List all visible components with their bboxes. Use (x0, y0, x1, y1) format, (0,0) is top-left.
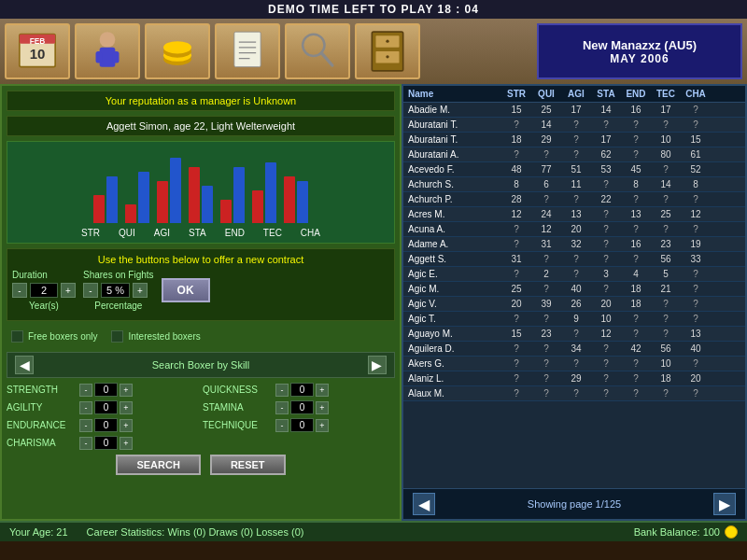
interested-boxers-label: Interested boxers (128, 331, 200, 342)
demo-timer-bar: DEMO TIME LEFT TO PLAY 18 : 04 (0, 0, 747, 19)
table-row[interactable]: Agic M.25?40?1821? (403, 282, 745, 297)
table-row[interactable]: Acuna A.?1220???? (403, 222, 745, 237)
boxer-stat-3: ? (561, 329, 591, 339)
shares-value: 5 % (101, 283, 130, 298)
svg-rect-6 (96, 51, 103, 63)
boxer-stat-7: ? (681, 194, 711, 204)
ok-button[interactable]: OK (162, 278, 210, 302)
table-row[interactable]: Acres M.122413?132512 (403, 207, 745, 222)
search-prev-btn[interactable]: ◀ (15, 356, 34, 374)
search-next-btn[interactable]: ▶ (368, 356, 387, 374)
search-minus-charisma[interactable]: - (79, 437, 92, 450)
boxer-stat-5: ? (621, 314, 651, 324)
table-row[interactable]: Alaniz L.??29??1820 (403, 371, 745, 386)
search-minus-stamina[interactable]: - (275, 401, 289, 414)
search-row-endurance: ENDURANCE-0+ (7, 418, 199, 432)
duration-group: Duration - 2 + Year(s) (12, 270, 76, 311)
document-icon-box[interactable] (215, 23, 280, 79)
free-boxers-group: Free boxers only (11, 330, 97, 343)
calendar-icon-box[interactable]: FEB 10 (5, 23, 70, 79)
boxer-stat-7: 40 (681, 343, 711, 354)
boxer-stat-6: 18 (651, 373, 681, 384)
table-row[interactable]: Aguilera D.??34?425640 (403, 342, 745, 357)
svg-text:FEB: FEB (30, 36, 46, 46)
boxer-stat-6: 21 (651, 284, 681, 294)
manager-date: MAY 2006 (610, 52, 669, 65)
search-plus-endurance[interactable]: + (120, 419, 133, 432)
table-row[interactable]: Aggett S.31????5633 (403, 252, 745, 267)
page-prev-btn[interactable]: ◀ (413, 493, 435, 515)
boxer-stat-1: ? (501, 373, 531, 384)
search-minus-agility[interactable]: - (79, 401, 92, 414)
boxer-stat-6: 25 (651, 209, 681, 219)
search-minus-strength[interactable]: - (79, 384, 92, 397)
checkbox-section: Free boxers only Interested boxers (7, 326, 395, 347)
main-content: Your reputation as a manager is Unknown … (0, 84, 747, 521)
table-row[interactable]: Agic T.??910??? (403, 312, 745, 327)
table-row[interactable]: Adame A.?3132?162319 (403, 237, 745, 252)
col-header-qui: QUI (531, 89, 561, 99)
calendar-icon: FEB 10 (14, 28, 61, 75)
interested-boxers-group: Interested boxers (111, 330, 200, 343)
shares-plus-btn[interactable]: + (133, 283, 148, 298)
magnifier-icon-box[interactable] (285, 23, 350, 79)
reputation-text: Your reputation as a manager is Unknown (106, 95, 296, 106)
table-row[interactable]: Aburatani T.?14????? (403, 118, 745, 133)
left-panel: Your reputation as a manager is Unknown … (0, 84, 402, 521)
boxer-icon-box[interactable] (75, 23, 140, 79)
search-minus-technique[interactable]: - (275, 419, 289, 432)
boxer-stat-7: ? (681, 299, 711, 309)
col-header-name: Name (408, 89, 501, 99)
table-row[interactable]: Agic E.?2?345? (403, 267, 745, 282)
duration-plus-btn[interactable]: + (61, 283, 76, 298)
boxer-stat-4: 3 (591, 269, 621, 279)
table-row[interactable]: Akers G.?????10? (403, 357, 745, 371)
boxer-stat-2: 2 (531, 269, 561, 279)
boxer-stat-5: 8 (621, 179, 651, 189)
table-row[interactable]: Agic V.2039262018?? (403, 297, 745, 312)
search-plus-stamina[interactable]: + (316, 401, 329, 414)
boxer-stat-2: 23 (531, 329, 561, 339)
boxer-stat-3: 9 (561, 314, 591, 324)
manager-info-box: New Manazxz (AU5) MAY 2006 (537, 23, 742, 79)
search-minus-quickness[interactable]: - (275, 384, 289, 397)
boxer-stat-3: 11 (561, 179, 591, 189)
search-minus-endurance[interactable]: - (79, 419, 92, 432)
table-row[interactable]: Aguayo M.1523?12??13 (403, 327, 745, 342)
icon-bar: FEB 10 (0, 19, 747, 84)
search-row-strength: STRENGTH-0+ (7, 383, 199, 397)
duration-unit: Year(s) (12, 301, 76, 311)
page-next-btn[interactable]: ▶ (713, 493, 736, 515)
boxer-stat-1: ? (501, 239, 531, 249)
reset-button[interactable]: RESET (210, 455, 286, 475)
col-header-sta: STA (591, 89, 621, 99)
cabinet-icon-box[interactable] (355, 23, 420, 79)
duration-minus-btn[interactable]: - (12, 283, 27, 298)
boxer-stat-5: ? (621, 373, 651, 384)
boxer-name: Acuna A. (408, 224, 501, 234)
boxer-stat-1: 25 (501, 284, 531, 294)
search-plus-quickness[interactable]: + (316, 384, 329, 397)
boxer-stat-2: 77 (531, 164, 561, 175)
search-plus-agility[interactable]: + (120, 401, 133, 414)
table-row[interactable]: Achurch S.8611?8148 (403, 177, 745, 192)
table-row[interactable]: Abadie M.152517141617? (403, 103, 745, 118)
table-row[interactable]: Achurch P.28??22??? (403, 192, 745, 207)
coins-icon-box[interactable] (145, 23, 210, 79)
shares-minus-btn[interactable]: - (83, 283, 98, 298)
boxer-stat-6: 10 (651, 134, 681, 145)
boxer-stat-3: 40 (561, 284, 591, 294)
search-plus-strength[interactable]: + (120, 384, 133, 397)
search-plus-charisma[interactable]: + (120, 437, 133, 450)
free-boxers-checkbox[interactable] (11, 330, 23, 343)
boxer-stat-4: 53 (591, 164, 621, 175)
table-row[interactable]: Aburatani T.1829?17?1015 (403, 133, 745, 147)
search-plus-technique[interactable]: + (316, 419, 329, 432)
search-button[interactable]: SEARCH (116, 455, 200, 475)
table-row[interactable]: Alaux M.??????? (403, 386, 745, 401)
search-val-endurance: 0 (94, 418, 118, 432)
bar-red-0 (93, 195, 105, 223)
table-row[interactable]: Acevedo F.4877515345?52 (403, 162, 745, 177)
table-row[interactable]: Aburatani A.???62?8061 (403, 147, 745, 162)
interested-boxers-checkbox[interactable] (111, 330, 123, 343)
